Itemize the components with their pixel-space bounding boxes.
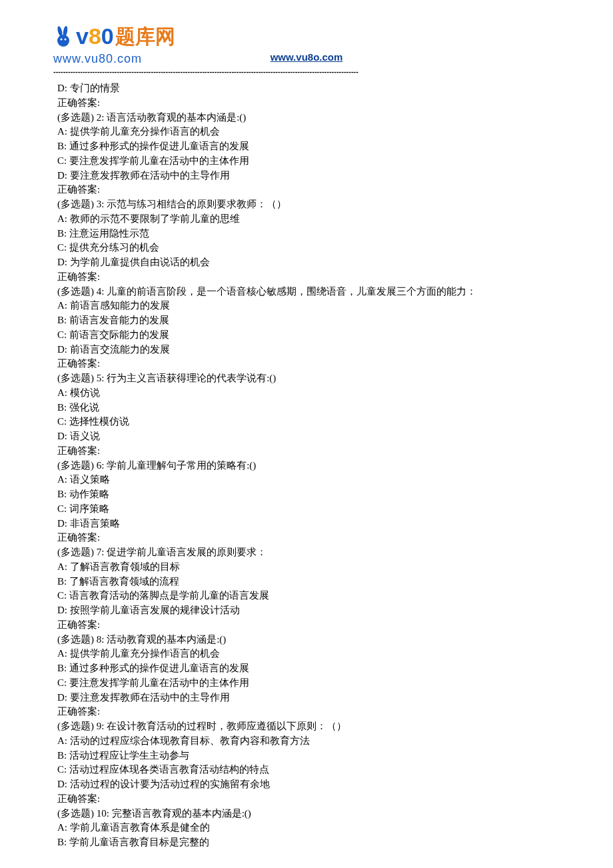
text-line: A: 提供学前儿童充分操作语言的机会 — [57, 647, 560, 661]
text-line: 正确答案: — [57, 444, 560, 459]
text-line: D: 语义说 — [57, 429, 560, 444]
text-line: 正确答案: — [57, 183, 560, 197]
text-line: B: 注意运用隐性示范 — [57, 227, 560, 241]
text-line: C: 要注意发挥学前儿童在活动中的主体作用 — [57, 154, 560, 169]
text-line: D: 非语言策略 — [57, 517, 560, 531]
text-line: C: 前语言交际能力的发展 — [57, 328, 560, 343]
text-line: B: 通过多种形式的操作促进儿童语言的发展 — [57, 139, 560, 154]
svg-point-3 — [61, 38, 63, 40]
text-line: C: 词序策略 — [57, 502, 560, 517]
document-body: D: 专门的情景正确答案:(多选题) 2: 语言活动教育观的基本内涵是:()A:… — [53, 81, 560, 850]
text-line: B: 前语言发音能力的发展 — [57, 313, 560, 328]
text-line: (多选题) 9: 在设计教育活动的过程时，教师应遵循以下原则：（） — [57, 719, 560, 734]
text-line: D: 专门的情景 — [57, 81, 560, 96]
logo-letter-v: v — [76, 20, 89, 53]
text-line: 正确答案: — [57, 531, 560, 545]
logo-chinese: 题库网 — [115, 22, 175, 51]
text-line: (多选题) 10: 完整语言教育观的基本内涵是:() — [57, 807, 560, 821]
text-line: D: 活动过程的设计要为活动过程的实施留有余地 — [57, 777, 560, 792]
text-line: (多选题) 3: 示范与练习相结合的原则要求教师：（） — [57, 197, 560, 212]
text-line: (多选题) 7: 促进学前儿童语言发展的原则要求： — [57, 545, 560, 560]
text-line: D: 前语言交流能力的发展 — [57, 343, 560, 357]
page-header: v 8 0 题库网 www.vu80.com www.vu8o.com ----… — [53, 20, 560, 77]
logo-digit-8: 8 — [89, 20, 101, 53]
text-line: 正确答案: — [57, 618, 560, 633]
text-line: B: 学前儿童语言教育目标是完整的 — [57, 835, 560, 850]
text-line: C: 提供充分练习的机会 — [57, 241, 560, 255]
text-line: A: 活动的过程应综合体现教育目标、教育内容和教育方法 — [57, 734, 560, 749]
rabbit-icon — [53, 25, 76, 49]
text-line: A: 了解语言教育领域的目标 — [57, 560, 560, 575]
text-line: B: 强化说 — [57, 401, 560, 415]
text-line: 正确答案: — [57, 792, 560, 807]
text-line: B: 通过多种形式的操作促进儿童语言的发展 — [57, 661, 560, 676]
text-line: 正确答案: — [57, 96, 560, 111]
text-line: C: 选择性模仿说 — [57, 415, 560, 429]
text-line: 正确答案: — [57, 357, 560, 371]
text-line: (多选题) 2: 语言活动教育观的基本内涵是:() — [57, 111, 560, 125]
text-line: (多选题) 5: 行为主义言语获得理论的代表学说有:() — [57, 371, 560, 386]
text-line: A: 前语言感知能力的发展 — [57, 299, 560, 313]
text-line: (多选题) 6: 学前儿童理解句子常用的策略有:() — [57, 459, 560, 473]
logo-digit-0: 0 — [101, 20, 114, 53]
text-line: 正确答案: — [57, 705, 560, 719]
text-line: D: 要注意发挥教师在活动中的主导作用 — [57, 691, 560, 705]
text-line: B: 动作策略 — [57, 487, 560, 502]
text-line: D: 按照学前儿童语言发展的规律设计活动 — [57, 603, 560, 618]
text-line: B: 活动过程应让学生主动参与 — [57, 749, 560, 763]
text-line: 正确答案: — [57, 270, 560, 285]
text-line: C: 活动过程应体现各类语言教育活动结构的特点 — [57, 763, 560, 777]
text-line: A: 提供学前儿童充分操作语言的机会 — [57, 125, 560, 139]
text-line: D: 为学前儿童提供自由说话的机会 — [57, 255, 560, 270]
text-line: A: 语义策略 — [57, 473, 560, 487]
text-line: (多选题) 4: 儿童的前语言阶段，是一个语音核心敏感期，围绕语音，儿童发展三个… — [57, 285, 560, 299]
text-line: C: 语言教育活动的落脚点是学前儿童的语言发展 — [57, 589, 560, 603]
site-link[interactable]: www.vu8o.com — [271, 51, 343, 63]
header-divider: ----------------------------------------… — [53, 67, 560, 77]
text-line: B: 了解语言教育领域的流程 — [57, 575, 560, 589]
text-line: A: 教师的示范不要限制了学前儿童的思维 — [57, 212, 560, 227]
text-line: A: 模仿说 — [57, 386, 560, 401]
text-line: C: 要注意发挥学前儿童在活动中的主体作用 — [57, 676, 560, 691]
svg-point-4 — [65, 38, 67, 40]
svg-point-2 — [57, 35, 69, 47]
text-line: D: 要注意发挥教师在活动中的主导作用 — [57, 169, 560, 183]
text-line: (多选题) 8: 活动教育观的基本内涵是:() — [57, 633, 560, 647]
text-line: A: 学前儿童语言教育体系是健全的 — [57, 821, 560, 835]
logo-mark: v 8 0 题库网 — [53, 20, 175, 53]
logo-row: v 8 0 题库网 — [53, 20, 560, 53]
